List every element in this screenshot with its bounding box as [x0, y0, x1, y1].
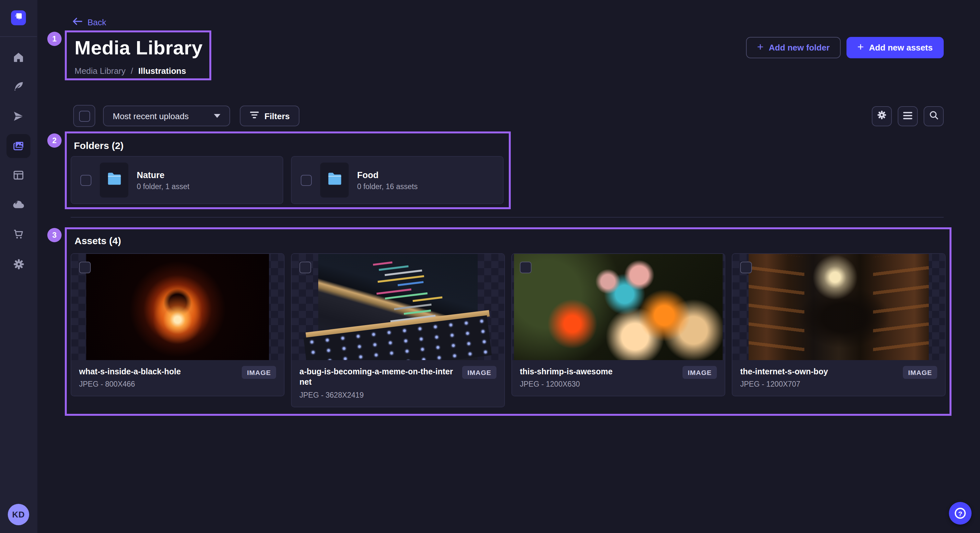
breadcrumb-current: Illustrations [138, 66, 186, 76]
images-icon [12, 139, 25, 153]
sidebar: KD [0, 0, 38, 533]
layout-icon [12, 169, 25, 181]
asset-card-bug-meme[interactable]: a-bug-is-becoming-a-meme-on-the-internet… [291, 253, 505, 407]
black-hole-photo [86, 254, 269, 360]
send-icon [12, 110, 25, 122]
add-folder-label: Add new folder [769, 43, 830, 52]
asset-thumbnail-laptop-code [292, 254, 504, 360]
asset-title: a-bug-is-becoming-a-meme-on-the-internet [299, 366, 454, 388]
back-label: Back [88, 17, 106, 27]
sidebar-item-content[interactable] [6, 75, 30, 98]
folder-icon-wrap [320, 163, 349, 198]
breadcrumb: Media Library / Illustrations [75, 66, 186, 76]
cart-icon [12, 228, 25, 240]
annotation-marker-3: 3 [47, 228, 62, 242]
asset-meta: JPEG - 3628X2419 [299, 391, 496, 399]
asset-card-black-hole[interactable]: what-s-inside-a-black-hole JPEG - 800X46… [71, 253, 285, 397]
folders-heading: Folders (2) [74, 140, 124, 151]
filters-label: Filters [264, 111, 290, 121]
filters-button[interactable]: Filters [240, 106, 299, 126]
asset-meta: JPEG - 1200X707 [740, 381, 937, 388]
asset-checkbox[interactable] [79, 262, 91, 273]
mantis-shrimp-photo [514, 254, 723, 360]
folder-icon-wrap [100, 163, 128, 198]
assets-heading: Assets (4) [75, 235, 121, 246]
folder-name: Food [357, 170, 418, 180]
sidebar-item-content-type-builder[interactable] [6, 163, 30, 187]
asset-type-badge: IMAGE [242, 366, 276, 379]
feather-icon [12, 80, 25, 93]
asset-type-badge: IMAGE [682, 366, 717, 379]
help-button[interactable]: ? [949, 502, 972, 525]
asset-checkbox[interactable] [740, 262, 752, 273]
user-avatar[interactable]: KD [8, 504, 29, 525]
asset-card-shrimp[interactable]: this-shrimp-is-awesome JPEG - 1200X630 I… [511, 253, 725, 397]
laptop-code-photo [318, 254, 478, 360]
folder-card-nature[interactable]: Nature 0 folder, 1 asset [71, 156, 283, 204]
bookshelf-decor [873, 254, 929, 360]
asset-thumbnail-shrimp [512, 254, 725, 360]
asset-thumbnail-library [732, 254, 945, 360]
folder-checkbox[interactable] [80, 174, 91, 186]
sort-dropdown[interactable]: Most recent uploads [103, 106, 230, 126]
asset-footer: this-shrimp-is-awesome JPEG - 1200X630 I… [512, 360, 725, 396]
asset-footer: the-internet-s-own-boy JPEG - 1200X707 I… [732, 360, 945, 396]
gear-icon [876, 109, 887, 123]
sidebar-item-media-library[interactable] [6, 134, 30, 158]
strapi-logo-icon [14, 12, 23, 24]
folder-meta: 0 folder, 16 assets [357, 182, 418, 190]
asset-checkbox[interactable] [520, 262, 531, 273]
asset-title: this-shrimp-is-awesome [520, 366, 674, 377]
question-mark-icon: ? [955, 508, 966, 519]
sidebar-item-releases[interactable] [6, 104, 30, 128]
search-button[interactable] [924, 106, 944, 126]
sidebar-item-home[interactable] [6, 45, 30, 69]
folder-card-food[interactable]: Food 0 folder, 16 assets [291, 156, 504, 204]
folder-icon [106, 172, 122, 188]
library-portrait-photo [749, 254, 929, 360]
asset-title: the-internet-s-own-boy [740, 366, 894, 377]
annotation-marker-1: 1 [47, 32, 62, 46]
search-icon [929, 110, 939, 123]
select-all-checkbox-wrap[interactable] [73, 105, 95, 127]
list-view-button[interactable] [898, 106, 918, 126]
asset-type-badge: IMAGE [462, 366, 496, 379]
add-new-assets-button[interactable]: + Add new assets [846, 37, 944, 58]
folder-name: Nature [137, 170, 189, 180]
asset-meta: JPEG - 1200X630 [520, 381, 717, 388]
sidebar-item-settings[interactable] [6, 252, 30, 276]
folder-checkbox[interactable] [301, 174, 312, 186]
plus-icon: + [757, 41, 764, 52]
select-all-checkbox[interactable] [79, 110, 90, 121]
annotation-marker-2: 2 [47, 133, 62, 148]
asset-type-badge: IMAGE [903, 366, 937, 379]
add-new-folder-button[interactable]: + Add new folder [746, 37, 841, 58]
sidebar-item-marketplace[interactable] [6, 222, 30, 246]
folder-meta: 0 folder, 1 asset [137, 182, 189, 190]
chevron-down-icon [214, 114, 220, 118]
bookshelf-decor [749, 254, 804, 360]
app-root: KD Back Media Library Media Library / Il… [0, 0, 980, 533]
asset-thumbnail-black-hole [71, 254, 284, 360]
folder-text: Food 0 folder, 16 assets [357, 170, 418, 190]
asset-card-internets-own-boy[interactable]: the-internet-s-own-boy JPEG - 1200X707 I… [732, 253, 946, 397]
filter-icon [250, 111, 259, 121]
view-settings-button[interactable] [872, 106, 892, 126]
app-logo[interactable] [11, 10, 26, 25]
folder-icon [326, 172, 342, 188]
cloud-icon [12, 198, 25, 211]
breadcrumb-separator: / [131, 66, 133, 76]
asset-footer: what-s-inside-a-black-hole JPEG - 800X46… [71, 360, 284, 396]
section-divider [71, 217, 944, 217]
home-icon [12, 51, 25, 63]
back-link[interactable]: Back [73, 17, 106, 27]
asset-checkbox[interactable] [299, 262, 311, 273]
asset-meta: JPEG - 800X466 [79, 381, 276, 388]
sidebar-divider [0, 36, 37, 37]
breadcrumb-parent[interactable]: Media Library [75, 66, 126, 76]
sort-value: Most recent uploads [113, 111, 189, 121]
list-icon [903, 110, 913, 122]
gear-icon [12, 257, 25, 270]
sidebar-item-deploy[interactable] [6, 192, 30, 216]
asset-footer: a-bug-is-becoming-a-meme-on-the-internet… [292, 360, 504, 406]
